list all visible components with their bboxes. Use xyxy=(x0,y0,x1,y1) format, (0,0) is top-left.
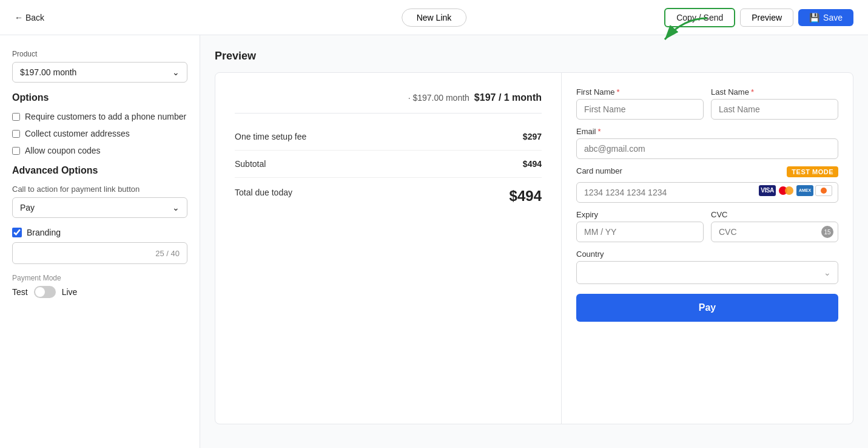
last-name-group: Last Name * xyxy=(711,87,838,120)
option3-checkbox[interactable] xyxy=(12,147,20,155)
chevron-down-icon: ⌄ xyxy=(172,67,180,77)
branding-checkbox[interactable] xyxy=(12,228,22,237)
preview-title: Preview xyxy=(215,50,853,63)
subtotal-label: Subtotal xyxy=(235,159,266,169)
advanced-title: Advanced Options xyxy=(12,165,187,176)
topbar: ← Back New Link Copy / Send Preview 💾 Sa… xyxy=(0,0,868,35)
subtotal-row: Subtotal $494 xyxy=(235,151,542,178)
subtotal-value: $494 xyxy=(523,159,542,169)
card-number-wrap: VISA AMEX xyxy=(576,178,838,203)
preview-button[interactable]: Preview xyxy=(740,8,793,27)
preview-left: · $197.00 month $197 / 1 month One time … xyxy=(215,73,562,424)
save-label: Save xyxy=(823,13,843,22)
topbar-left: ← Back xyxy=(15,13,44,22)
product-total: $197 / 1 month xyxy=(474,92,542,103)
mastercard-icon xyxy=(778,185,795,196)
arrow-annotation xyxy=(659,12,719,49)
first-name-group: First Name * xyxy=(576,87,704,120)
cvc-group: CVC 15 xyxy=(711,210,838,242)
cvc-label: CVC xyxy=(711,210,838,219)
product-line: · $197.00 month $197 / 1 month xyxy=(235,92,542,114)
first-name-required: * xyxy=(617,87,620,97)
cta-label: Call to action for payment link button xyxy=(12,185,187,194)
email-required: * xyxy=(598,127,601,136)
setup-fee-label: One time setup fee xyxy=(235,132,306,141)
cta-value: Pay xyxy=(20,203,35,212)
option2-checkbox[interactable] xyxy=(12,130,20,138)
product-value: $197.00 month xyxy=(20,67,76,77)
cta-dropdown[interactable]: Pay ⌄ xyxy=(12,197,187,218)
product-price-label: · $197.00 month xyxy=(408,93,469,103)
card-icons: VISA AMEX xyxy=(759,185,832,196)
card-number-label: Card number xyxy=(576,166,787,175)
toggle-row: Test Live xyxy=(12,286,187,298)
setup-fee-value: $297 xyxy=(523,132,542,141)
expiry-group: Expiry xyxy=(576,210,704,242)
new-link-button[interactable]: New Link xyxy=(402,8,467,27)
option3-label[interactable]: Allow coupon codes xyxy=(25,146,101,155)
payment-mode-toggle[interactable] xyxy=(34,286,56,298)
advanced-section: Advanced Options Call to action for paym… xyxy=(12,165,187,298)
amex-icon: AMEX xyxy=(796,185,813,196)
back-label: Back xyxy=(25,13,44,22)
country-wrap: ⌄ xyxy=(576,261,838,284)
cvc-icon: 15 xyxy=(821,226,833,238)
back-button[interactable]: ← Back xyxy=(15,13,44,22)
country-label: Country xyxy=(576,249,838,259)
total-label: Total due today xyxy=(235,188,292,205)
email-input[interactable] xyxy=(576,138,838,159)
expiry-cvc-row: Expiry CVC 15 xyxy=(576,210,838,242)
total-row: Total due today $494 xyxy=(235,178,542,214)
option1-label[interactable]: Require customers to add a phone number xyxy=(25,112,186,121)
option2-label[interactable]: Collect customer addresses xyxy=(25,129,130,138)
setup-fee-row: One time setup fee $297 xyxy=(235,123,542,151)
option3-row: Allow coupon codes xyxy=(12,146,187,155)
expiry-label: Expiry xyxy=(576,210,704,219)
expiry-input[interactable] xyxy=(576,222,704,242)
preview-right: First Name * Last Name * xyxy=(562,73,853,424)
email-label: Email * xyxy=(576,127,838,136)
pay-button[interactable]: Pay xyxy=(576,294,838,322)
payment-mode-label: Payment Mode xyxy=(12,274,187,282)
visa-icon: VISA xyxy=(759,185,776,196)
branding-row: Branding xyxy=(12,228,187,237)
country-select[interactable] xyxy=(576,261,838,284)
test-mode-badge: TEST MODE xyxy=(787,166,838,177)
first-name-input[interactable] xyxy=(576,99,704,120)
preview-area: Preview · $197.00 month $197 / 1 month O… xyxy=(200,35,868,448)
options-title: Options xyxy=(12,92,187,103)
live-label: Live xyxy=(62,287,78,297)
last-name-required: * xyxy=(751,87,754,97)
total-value: $494 xyxy=(510,188,542,205)
last-name-label: Last Name * xyxy=(711,87,838,97)
preview-card: · $197.00 month $197 / 1 month One time … xyxy=(215,72,853,424)
option2-row: Collect customer addresses xyxy=(12,129,187,138)
cvc-wrap: 15 xyxy=(711,222,838,242)
option1-row: Require customers to add a phone number xyxy=(12,112,187,121)
back-arrow-icon: ← xyxy=(15,13,23,22)
product-label: Product xyxy=(12,50,187,58)
save-icon: 💾 xyxy=(809,13,819,22)
first-name-label: First Name * xyxy=(576,87,704,97)
option1-checkbox[interactable] xyxy=(12,113,20,121)
discover-icon xyxy=(815,185,832,196)
name-row: First Name * Last Name * xyxy=(576,87,838,120)
save-button[interactable]: 💾 Save xyxy=(798,9,853,26)
email-group: Email * xyxy=(576,127,838,159)
branding-label[interactable]: Branding xyxy=(27,228,61,237)
last-name-input[interactable] xyxy=(711,99,838,120)
main-layout: Product $197.00 month ⌄ Options Require … xyxy=(0,35,868,448)
product-dropdown[interactable]: $197.00 month ⌄ xyxy=(12,62,187,83)
topbar-center: New Link xyxy=(402,8,467,27)
test-label: Test xyxy=(12,287,28,297)
char-count: 25 / 40 xyxy=(155,249,180,258)
sidebar: Product $197.00 month ⌄ Options Require … xyxy=(0,35,200,448)
chevron-down-icon-cta: ⌄ xyxy=(172,203,180,212)
cvc-input[interactable] xyxy=(711,222,838,242)
char-count-field[interactable]: 25 / 40 xyxy=(12,242,187,264)
